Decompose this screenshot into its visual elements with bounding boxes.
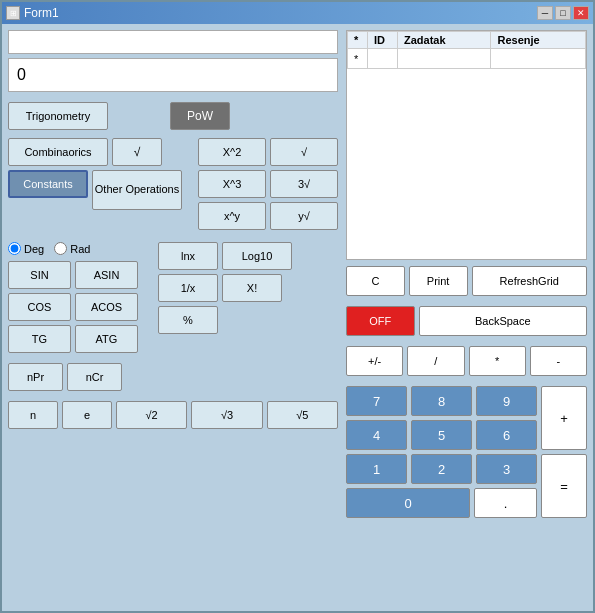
data-table: * ID Zadatak Resenje * — [347, 31, 586, 69]
five-button[interactable]: 5 — [411, 420, 472, 450]
lnx-button[interactable]: lnx — [158, 242, 218, 270]
titlebar-title: ⊞ Form1 — [6, 6, 59, 20]
pct-button[interactable]: % — [158, 306, 218, 334]
other-ops-row3: % — [158, 306, 292, 334]
main-display[interactable] — [8, 58, 338, 92]
equals-button[interactable]: = — [541, 454, 587, 518]
sqrt3-button[interactable]: √3 — [191, 401, 262, 429]
tg-button[interactable]: TG — [8, 325, 71, 353]
rad-radio-item: Rad — [54, 242, 90, 255]
four-button[interactable]: 4 — [346, 420, 407, 450]
other-ops-row2: 1/x X! — [158, 274, 292, 302]
table-cell-id — [368, 49, 398, 69]
cbrt-button[interactable]: 3√ — [270, 170, 338, 198]
sqrt-math-button[interactable]: √ — [270, 138, 338, 166]
close-button[interactable]: ✕ — [573, 6, 589, 20]
divide-button[interactable]: / — [407, 346, 464, 376]
num-area: 7 8 9 4 5 6 1 2 3 — [346, 386, 587, 518]
pow-button[interactable]: PoW — [170, 102, 230, 130]
yrt-button[interactable]: y√ — [270, 202, 338, 230]
two-button[interactable]: 2 — [411, 454, 472, 484]
main-content: Trigonometry PoW Combinaorics √ Constant… — [2, 24, 593, 611]
atg-button[interactable]: ATG — [75, 325, 138, 353]
table-col-id: ID — [368, 32, 398, 49]
display-area — [8, 30, 338, 92]
table-col-zadatak: Zadatak — [398, 32, 491, 49]
combo-row: nPr nCr — [8, 363, 338, 391]
inv-button[interactable]: 1/x — [158, 274, 218, 302]
num-row4: 0 . — [346, 488, 537, 518]
zero-button[interactable]: 0 — [346, 488, 470, 518]
table-row: * — [348, 49, 586, 69]
table-cell-star: * — [348, 49, 368, 69]
constants-button[interactable]: Constants — [8, 170, 88, 198]
trigonometry-button[interactable]: Trigonometry — [8, 102, 108, 130]
main-ops-row: Combinaorics √ Constants Other Operation… — [8, 138, 338, 230]
deg-label: Deg — [24, 243, 44, 255]
deg-radio-item: Deg — [8, 242, 44, 255]
seven-button[interactable]: 7 — [346, 386, 407, 416]
left-ops: Combinaorics √ Constants Other Operation… — [8, 138, 188, 230]
x2-button[interactable]: X^2 — [198, 138, 266, 166]
table-container: * ID Zadatak Resenje * — [346, 30, 587, 260]
off-button[interactable]: OFF — [346, 306, 415, 336]
xy-button[interactable]: x^y — [198, 202, 266, 230]
nine-button[interactable]: 9 — [476, 386, 537, 416]
three-button[interactable]: 3 — [476, 454, 537, 484]
eight-button[interactable]: 8 — [411, 386, 472, 416]
top-display[interactable] — [8, 30, 338, 54]
combinaorics-button[interactable]: Combinaorics — [8, 138, 108, 166]
rad-radio[interactable] — [54, 242, 67, 255]
six-button[interactable]: 6 — [476, 420, 537, 450]
trig-grid: SIN ASIN COS ACOS TG ATG — [8, 261, 138, 353]
table-col-star: * — [348, 32, 368, 49]
sqrt-button[interactable]: √ — [112, 138, 162, 166]
plus-minus-button[interactable]: +/- — [346, 346, 403, 376]
log10-button[interactable]: Log10 — [222, 242, 292, 270]
c-button[interactable]: C — [346, 266, 405, 296]
titlebar-controls: ─ □ ✕ — [537, 6, 589, 20]
category-row1: Trigonometry PoW — [8, 102, 338, 130]
multiply-button[interactable]: * — [469, 346, 526, 376]
left-panel: Trigonometry PoW Combinaorics √ Constant… — [8, 30, 338, 605]
ncr-button[interactable]: nCr — [67, 363, 122, 391]
fact-button[interactable]: X! — [222, 274, 282, 302]
side-buttons: + = — [541, 386, 587, 518]
one-button[interactable]: 1 — [346, 454, 407, 484]
main-window: ⊞ Form1 ─ □ ✕ Trigonometry PoW — [0, 0, 595, 613]
calc-row3: +/- / * - — [346, 346, 587, 376]
deg-radio[interactable] — [8, 242, 21, 255]
constants-row: n e √2 √3 √5 — [8, 401, 338, 429]
table-cell-resenje — [491, 49, 586, 69]
num-row2: 4 5 6 — [346, 420, 537, 450]
num-row3: 1 2 3 — [346, 454, 537, 484]
cos-button[interactable]: COS — [8, 293, 71, 321]
npr-button[interactable]: nPr — [8, 363, 63, 391]
cat-row2: Combinaorics √ — [8, 138, 188, 166]
plus-button[interactable]: + — [541, 386, 587, 450]
minus-button[interactable]: - — [530, 346, 587, 376]
sqrt2-button[interactable]: √2 — [116, 401, 187, 429]
n-button[interactable]: n — [8, 401, 58, 429]
other-operations-button[interactable]: Other Operations — [92, 170, 182, 210]
other-ops-row1: lnx Log10 — [158, 242, 292, 270]
acos-button[interactable]: ACOS — [75, 293, 138, 321]
sqrt5-button[interactable]: √5 — [267, 401, 338, 429]
table-col-resenje: Resenje — [491, 32, 586, 49]
print-button[interactable]: Print — [409, 266, 468, 296]
backspace-button[interactable]: BackSpace — [419, 306, 587, 336]
e-button[interactable]: e — [62, 401, 112, 429]
maximize-button[interactable]: □ — [555, 6, 571, 20]
dot-button[interactable]: . — [474, 488, 537, 518]
window-title: Form1 — [24, 6, 59, 20]
x3-button[interactable]: X^3 — [198, 170, 266, 198]
minimize-button[interactable]: ─ — [537, 6, 553, 20]
num-row1: 7 8 9 — [346, 386, 537, 416]
cat-row3: Constants Other Operations — [8, 170, 188, 210]
sin-button[interactable]: SIN — [8, 261, 71, 289]
refresh-button[interactable]: RefreshGrid — [472, 266, 588, 296]
asin-button[interactable]: ASIN — [75, 261, 138, 289]
math-grid: X^2 √ X^3 3√ x^y y√ — [198, 138, 338, 230]
right-panel: * ID Zadatak Resenje * — [346, 30, 587, 605]
calc-row1: C Print RefreshGrid — [346, 266, 587, 296]
